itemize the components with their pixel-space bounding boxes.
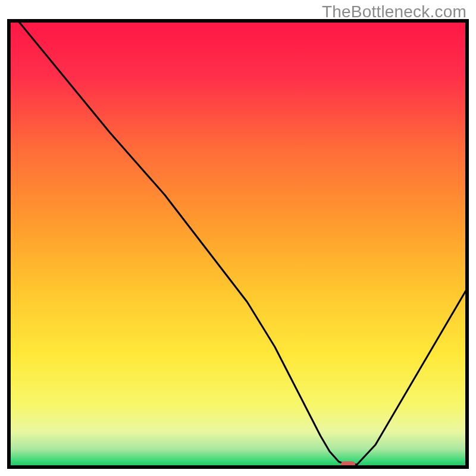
chart-container: TheBottleneck.com	[0, 0, 476, 476]
watermark-text: TheBottleneck.com	[322, 2, 466, 21]
bottleneck-chart	[0, 0, 476, 476]
plot-background	[9, 21, 467, 467]
